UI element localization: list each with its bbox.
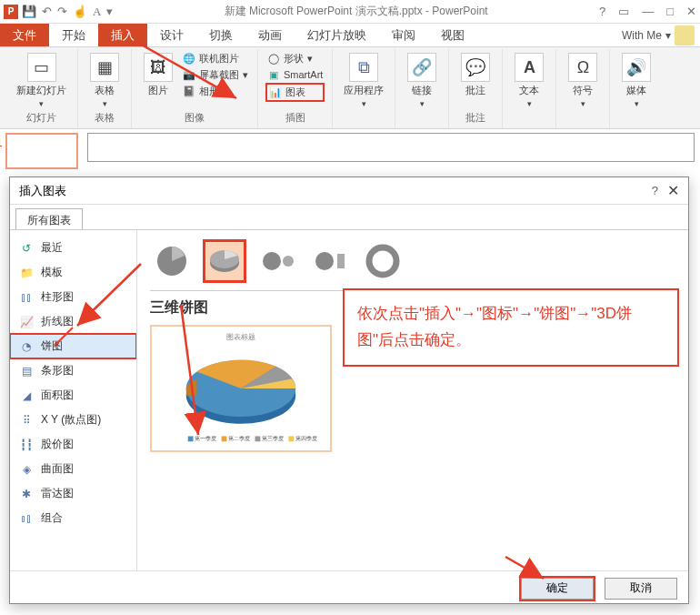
qat-dropdown-icon[interactable]: ▾	[106, 5, 113, 19]
tab-all-charts[interactable]: 所有图表	[15, 208, 83, 229]
subtype-pie-of-pie[interactable]	[255, 239, 299, 283]
symbol-icon: Ω	[568, 53, 597, 82]
ok-button[interactable]: 确定	[521, 578, 594, 600]
save-icon[interactable]: 💾	[22, 5, 36, 19]
category-templates[interactable]: 📁模板	[10, 260, 136, 285]
smartart-button[interactable]: ▣SmartArt	[265, 67, 325, 82]
category-radar[interactable]: ✱雷达图	[10, 481, 136, 506]
avatar	[675, 25, 695, 45]
powerpoint-icon: P	[4, 5, 18, 19]
tab-review[interactable]: 审阅	[379, 24, 428, 46]
preview-title-text: 图表标题	[226, 333, 255, 341]
subtype-pie-2d[interactable]	[150, 239, 194, 283]
picture-icon: 🖼	[144, 53, 173, 82]
recent-icon: ↺	[19, 241, 34, 256]
shapes-button[interactable]: ◯形状 ▾	[265, 51, 325, 66]
stock-icon: ┇┇	[19, 438, 34, 452]
svg-rect-10	[188, 436, 194, 441]
tab-file[interactable]: 文件	[0, 24, 49, 46]
redo-icon[interactable]: ↷	[57, 5, 67, 19]
category-scatter[interactable]: ⠿X Y (散点图)	[10, 408, 136, 432]
category-pie[interactable]: ◔饼图	[10, 334, 136, 358]
category-area[interactable]: ◢面积图	[10, 383, 136, 408]
annotation-box: 依次点击"插入"→"图标"→"饼图"→"3D饼图"后点击确定。	[343, 288, 679, 367]
album-button[interactable]: 📓相册 ▾	[181, 84, 250, 99]
column-icon: ⫿⫿	[19, 290, 34, 305]
picture-button[interactable]: 🖼 图片	[139, 51, 177, 99]
subtype-bar-of-pie[interactable]	[308, 239, 352, 283]
new-slide-button[interactable]: ▭ 新建幻灯片▾	[13, 51, 70, 110]
maximize-icon[interactable]: □	[666, 5, 674, 18]
svg-text:第二季度: 第二季度	[228, 435, 250, 441]
svg-text:第一季度: 第一季度	[195, 435, 216, 441]
ribbon-display-icon[interactable]: ▭	[618, 5, 629, 18]
scatter-icon: ⠿	[19, 413, 34, 428]
category-surface[interactable]: ◈曲面图	[10, 457, 136, 481]
quick-access-toolbar: 💾 ↶ ↷ ☝ A ▾	[22, 5, 113, 19]
tab-insert[interactable]: 插入	[98, 24, 147, 46]
ribbon-tabs: 文件 开始 插入 设计 切换 动画 幻灯片放映 审阅 视图 With Me▾	[0, 24, 700, 47]
symbols-button[interactable]: Ω符号▾	[564, 51, 602, 110]
svg-point-7	[369, 247, 396, 275]
cancel-button[interactable]: 取消	[605, 578, 677, 600]
media-button[interactable]: 🔊媒体▾	[617, 51, 655, 110]
chart-category-list: ↺最近 📁模板 ⫿⫿柱形图 📈折线图 ◔饼图 ▤条形图 ◢面积图 ⠿X Y (散…	[10, 230, 137, 570]
online-picture-button[interactable]: 🌐联机图片	[181, 51, 250, 66]
account-label[interactable]: With Me▾	[616, 24, 700, 46]
window-titlebar: P 💾 ↶ ↷ ☝ A ▾ 新建 Microsoft PowerPoint 演示…	[0, 0, 700, 24]
undo-icon[interactable]: ↶	[42, 5, 52, 19]
tab-view[interactable]: 视图	[428, 24, 477, 46]
area-icon: ◢	[19, 388, 34, 403]
media-icon: 🔊	[622, 53, 651, 82]
tab-slideshow[interactable]: 幻灯片放映	[295, 24, 379, 46]
subtype-pie-3d[interactable]	[203, 239, 246, 283]
category-bar[interactable]: ▤条形图	[10, 358, 136, 383]
minimize-icon[interactable]: —	[642, 5, 654, 18]
chart-preview[interactable]: 图表标题 第一季度 第二季度 第三季度 第四季度	[150, 325, 332, 452]
svg-point-5	[315, 252, 334, 270]
dialog-close-icon[interactable]: ✕	[667, 182, 679, 199]
tab-home[interactable]: 开始	[49, 24, 98, 46]
svg-point-4	[283, 256, 294, 267]
text-button[interactable]: A文本▾	[510, 51, 548, 110]
chart-icon: 📊	[269, 86, 282, 99]
screenshot-button[interactable]: 📷屏幕截图 ▾	[181, 67, 250, 83]
links-button[interactable]: 🔗链接▾	[403, 51, 441, 110]
table-button[interactable]: ▦ 表格▾	[85, 51, 124, 110]
svg-point-3	[263, 252, 281, 270]
combo-icon: ⫾⫿	[19, 511, 34, 526]
tab-design[interactable]: 设计	[147, 24, 196, 46]
templates-icon: 📁	[19, 266, 34, 280]
slide-canvas[interactable]	[87, 133, 695, 162]
category-combo[interactable]: ⫾⫿组合	[10, 506, 136, 530]
insert-chart-dialog: 插入图表 ? ✕ 所有图表 ↺最近 📁模板 ⫿⫿柱形图 📈折线图 ◔饼图 ▤条形…	[9, 176, 689, 604]
tab-animation[interactable]: 动画	[245, 24, 295, 46]
category-stock[interactable]: ┇┇股价图	[10, 432, 136, 457]
text-icon: A	[515, 53, 544, 82]
tab-transition[interactable]: 切换	[196, 24, 245, 46]
group-label-images: 图像	[185, 111, 205, 126]
touch-mode-icon[interactable]: ☝	[73, 5, 87, 19]
svg-rect-6	[337, 254, 345, 268]
svg-rect-12	[222, 436, 227, 441]
group-label-comments: 批注	[465, 111, 485, 126]
pie-icon: ◔	[19, 339, 34, 354]
slide-thumbnail-1[interactable]	[5, 133, 78, 169]
dialog-help-icon[interactable]: ?	[652, 184, 658, 197]
table-icon: ▦	[90, 53, 119, 82]
comments-button[interactable]: 💬批注	[456, 51, 495, 99]
group-label-slides: 幻灯片	[26, 111, 56, 126]
apps-button[interactable]: ⧉应用程序▾	[340, 51, 387, 110]
album-icon: 📓	[183, 86, 195, 98]
category-column[interactable]: ⫿⫿柱形图	[10, 285, 136, 309]
pie-subtype-row	[150, 239, 675, 283]
surface-icon: ◈	[19, 462, 34, 477]
category-line[interactable]: 📈折线图	[10, 309, 136, 334]
font-icon[interactable]: A	[93, 5, 101, 19]
subtype-doughnut[interactable]	[361, 239, 405, 283]
radar-icon: ✱	[19, 487, 34, 501]
close-icon[interactable]: ✕	[686, 5, 696, 18]
chart-button[interactable]: 📊图表	[265, 83, 325, 102]
help-icon[interactable]: ?	[599, 5, 605, 18]
category-recent[interactable]: ↺最近	[10, 236, 136, 260]
